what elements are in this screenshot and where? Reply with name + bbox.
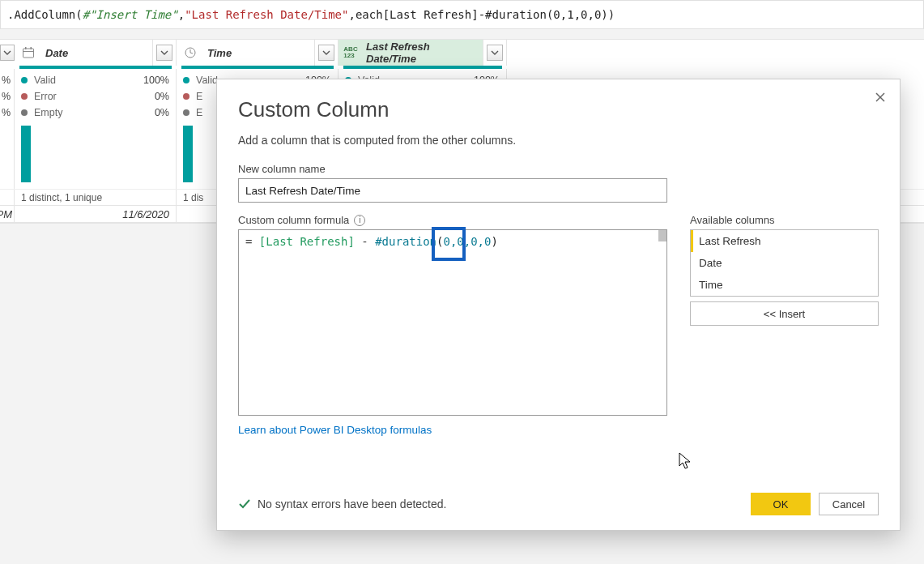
- available-column-item[interactable]: Last Refresh: [691, 230, 878, 252]
- clock-icon: [177, 40, 204, 66]
- custom-column-formula-input[interactable]: = [Last Refresh] - #duration(0,0,0,0): [238, 229, 667, 416]
- dot-icon: [21, 93, 28, 100]
- new-column-name-input[interactable]: [238, 178, 667, 203]
- column-label: Last Refresh Date/Time: [363, 40, 483, 66]
- dot-icon: [183, 77, 189, 83]
- check-icon: [238, 498, 251, 511]
- dot-icon: [21, 77, 28, 83]
- sparkline: [21, 126, 169, 182]
- abc123-icon: ABC123: [339, 40, 363, 66]
- dropdown-button[interactable]: [0, 45, 15, 61]
- dialog-title: Custom Column: [238, 97, 879, 122]
- dot-icon: [183, 109, 189, 116]
- dropdown-button[interactable]: [318, 45, 334, 61]
- syntax-status: No syntax errors have been detected.: [238, 498, 446, 511]
- scrollbar[interactable]: [658, 230, 666, 241]
- formula-ref1: #"Insert Time": [83, 8, 178, 21]
- quality-empty: Empty 0%: [21, 105, 169, 121]
- formula-text: .AddColumn(: [7, 8, 83, 21]
- cell-date: 11/6/2020: [15, 206, 177, 222]
- quality-error: Error 0%: [21, 88, 169, 105]
- close-icon[interactable]: [872, 89, 888, 105]
- available-columns-label: Available columns: [690, 214, 879, 226]
- column-header-time[interactable]: Time: [177, 40, 339, 66]
- formula-label: Custom column formula: [238, 214, 349, 226]
- cancel-button[interactable]: Cancel: [819, 493, 879, 515]
- column-header-date[interactable]: Date: [15, 40, 177, 66]
- info-icon[interactable]: i: [354, 215, 365, 226]
- dot-icon: [183, 93, 189, 100]
- formula-string: "Last Refresh Date/Time": [185, 8, 348, 21]
- svg-line-6: [190, 53, 193, 53]
- column-header-last-refresh-datetime[interactable]: ABC123 Last Refresh Date/Time: [339, 40, 507, 66]
- quality-valid: Valid 100%: [21, 72, 169, 88]
- dropdown-button[interactable]: [487, 45, 503, 61]
- available-columns-list[interactable]: Last Refresh Date Time: [690, 229, 879, 297]
- new-column-name-label: New column name: [238, 163, 879, 175]
- column-headers: Date Time ABC123 Last Refresh Date/Time: [0, 40, 924, 66]
- cursor-icon: [679, 452, 693, 470]
- available-column-item[interactable]: Date: [691, 252, 878, 274]
- column-header-partial[interactable]: [0, 40, 15, 66]
- dropdown-button[interactable]: [156, 45, 172, 61]
- ok-button[interactable]: OK: [751, 493, 811, 515]
- svg-rect-3: [31, 47, 32, 49]
- learn-formulas-link[interactable]: Learn about Power BI Desktop formulas: [238, 424, 667, 436]
- dot-icon: [21, 109, 28, 116]
- custom-column-dialog: Custom Column Add a column that is compu…: [216, 79, 901, 531]
- svg-rect-2: [25, 47, 27, 49]
- formula-bar[interactable]: .AddColumn( #"Insert Time" , "Last Refre…: [0, 0, 924, 29]
- svg-rect-0: [23, 49, 34, 58]
- column-label: Date: [42, 40, 153, 66]
- dialog-subtitle: Add a column that is computed from the o…: [238, 134, 879, 147]
- calendar-icon: [15, 40, 42, 66]
- column-label: Time: [204, 40, 315, 66]
- cell-pm: PM: [0, 206, 15, 222]
- insert-button[interactable]: << Insert: [690, 301, 879, 326]
- available-column-item[interactable]: Time: [691, 274, 878, 296]
